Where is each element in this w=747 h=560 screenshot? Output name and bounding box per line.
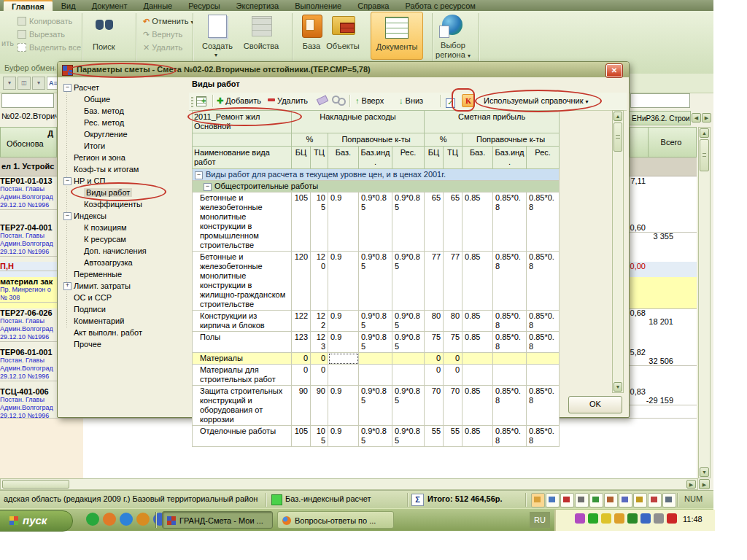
ribbon-tab[interactable]: Вид [53,1,84,11]
tree-item-19[interactable]: Подписи [74,304,106,315]
worktype-value-cell[interactable]: 105 [311,426,328,447]
worktype-value-cell[interactable]: 0.9 [328,386,359,426]
timer-doc-icon[interactable] [589,493,603,508]
col-header-Баз.инд.[interactable]: Баз.инд. [493,147,527,169]
col-header-Баз.[interactable]: Баз. [462,147,493,169]
worktype-value-cell[interactable]: 0.85*0.8 [527,252,560,311]
tree-item-2[interactable]: Баз. метод [84,106,124,117]
apps-tray-icon[interactable] [575,513,585,524]
overheads-header[interactable]: Накладные расходы [292,111,425,133]
tree-item-10[interactable]: Коэффициенты [84,199,142,210]
worktype-value-cell[interactable]: 0 [444,353,462,365]
group-row-general-construction[interactable]: −Общестроительные работы [193,181,560,192]
worktype-value-cell[interactable]: 0 [444,365,462,386]
worktype-value-cell[interactable]: 0.85 [462,192,493,252]
tree-expander-icon[interactable]: − [63,212,71,220]
document-tab-label[interactable]: №02-02.Вторич [1,112,57,120]
tsn-doc-icon[interactable] [575,493,589,508]
ribbon-tab[interactable]: Выполнение [287,1,349,11]
alert-tray-icon[interactable] [614,513,624,524]
tree-item-14[interactable]: Доп. начисления [84,246,147,257]
taskbar-task-0[interactable]: ГРАНД-Смета - Мои ... [162,511,273,529]
worktype-value-cell[interactable]: 0.85*0.8 [527,192,560,252]
profile-header-cell[interactable]: 2011_Ремонт жил Основной [193,111,292,133]
worktype-value-cell[interactable]: 0.9 [328,332,359,353]
media-player-icon[interactable] [136,513,150,526]
add-table-icon[interactable]: + [196,95,206,107]
worktype-name-cell[interactable]: Материалы [193,353,292,365]
worktype-value-cell[interactable] [328,365,359,386]
worktype-value-cell[interactable]: 0.85*0.8 [493,386,527,426]
coef-header[interactable]: Поправочные к-ты [328,133,425,147]
worktype-value-cell[interactable]: 0 [292,353,311,365]
worktype-value-cell[interactable]: 0.85 [462,332,493,353]
worktype-value-cell[interactable]: 0.9*0.85 [392,386,425,426]
select-all-button[interactable]: Выделить все [18,42,81,53]
worktype-value-cell[interactable]: 90 [292,386,311,426]
tab-scroll-left-icon[interactable]: ◀ [692,113,701,122]
section-row-left[interactable]: ел 1. Устройс [0,158,57,176]
tree-item-8[interactable]: НР и СП [74,176,105,187]
formula-field-left[interactable] [1,93,54,108]
worktype-value-cell[interactable]: 0.85 [462,311,493,332]
worktype-value-cell[interactable]: 80 [425,311,444,332]
worktype-value-cell[interactable]: 75 [444,332,462,353]
tree-item-18[interactable]: ОС и ССР [74,292,112,303]
worktype-value-cell[interactable]: 105 [311,192,328,252]
worktype-value-cell[interactable]: 120 [292,252,311,311]
scroll-up-icon[interactable]: ▲ [614,112,622,121]
col-header-Рес.[interactable]: Рес. [527,147,560,169]
agent-tray-icon[interactable] [627,513,638,524]
taskbar-task-1[interactable]: Вопросы-ответы по ... [277,511,394,529]
checkbox-icon[interactable]: ✓ [446,95,455,107]
worktype-value-cell[interactable]: 0 [292,365,311,386]
ribbon-tab[interactable]: Справка [349,1,397,11]
worktype-value-cell[interactable]: 65 [444,192,462,252]
worktype-value-cell[interactable] [493,365,527,386]
worktype-value-cell[interactable] [462,365,493,386]
close-icon[interactable]: ✕ [606,64,622,77]
name-col-header[interactable]: Наименование вида работ [193,147,292,169]
position-row[interactable]: ТЕР06-01-001Постан. ГлавыАдмин.Волгоград… [0,348,57,387]
col-header-Баз.инд.[interactable]: Баз.инд. [359,147,392,169]
tree-item-0[interactable]: Расчет [74,82,99,93]
collapse-icon[interactable]: − [204,183,212,191]
tree-item-16[interactable]: Переменные [74,269,122,280]
col-header-ТЦ[interactable]: ТЦ [311,147,328,169]
scroll-up-icon[interactable]: ▲ [700,128,709,138]
language-indicator[interactable]: RU [530,512,550,528]
move-up-button[interactable]: ↑ Вверх [355,95,384,107]
position-row[interactable]: П,Н [0,262,57,277]
sphere-icon[interactable] [103,513,116,526]
worktype-value-cell[interactable]: 0.85*0.8 [493,311,527,332]
tree-item-4[interactable]: Округление [84,129,128,140]
network-tray-icon[interactable] [640,513,651,524]
tree-item-1[interactable]: Общие [84,94,110,105]
formula-field-right[interactable] [630,93,690,108]
eraser-icon[interactable] [317,95,328,107]
position-row[interactable]: ТЕР01-01-013Постан. ГлавыАдмин.Волгоград… [0,176,57,223]
worktype-value-cell[interactable]: 105 [292,426,311,447]
worktype-value-cell[interactable] [359,365,392,386]
totals-row[interactable]: 0,83-29 159 [628,387,697,415]
coins-doc-icon[interactable] [633,493,647,508]
worktype-value-cell[interactable]: 0.85*0.8 [527,311,560,332]
worktype-value-cell[interactable]: 0 [425,365,444,386]
undo-button[interactable]: ↶ Отменить ▾ [143,15,194,27]
worktype-value-cell[interactable]: 0.9*0.85 [359,311,392,332]
tree-item-22[interactable]: Прочее [74,339,101,350]
unlink-icon[interactable] [332,95,346,107]
worktype-value-cell[interactable]: 0.85*0.8 [493,192,527,252]
worktype-value-cell[interactable]: 55 [425,426,444,447]
worktype-value-cell[interactable]: 0.85*0.8 [493,252,527,311]
norm-base-tab[interactable]: ЕНиР36.2. Строи [628,111,691,125]
worktype-value-cell[interactable]: 77 [444,252,462,311]
search-doc-icon[interactable] [619,493,632,508]
worktype-value-cell[interactable]: 0.85*0.8 [527,332,560,353]
edit-doc-icon[interactable] [648,493,662,508]
col-header-Баз.[interactable]: Баз. [328,147,359,169]
scroll-down-icon[interactable]: ▼ [700,467,709,477]
worktype-name-cell[interactable]: Бетонные и железобетонные монолитные кон… [193,192,292,252]
ok-button[interactable]: OK [568,396,622,413]
toolbar-dropdown-icon[interactable]: ▾ [3,77,16,90]
